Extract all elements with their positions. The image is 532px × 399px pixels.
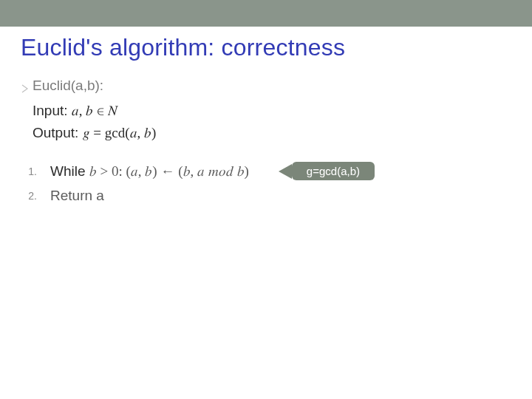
spec-name: Euclid(a,b): (21, 78, 532, 97)
spec-output: Output: 𝑔 = gcd(𝑎, 𝑏) (21, 125, 532, 141)
step-body: Return a (50, 188, 104, 204)
step-math: 𝑏 > 0: (𝑎, 𝑏) ← (𝑏, 𝑎 𝑚𝑜𝑑 𝑏) (89, 163, 249, 180)
chevron-right-icon (21, 81, 33, 97)
input-math: 𝑎, 𝑏 ∈ 𝑁 (72, 103, 117, 119)
output-label: Output: (33, 125, 78, 141)
callout-invariant: g=gcd(a,b) (292, 162, 375, 180)
top-bar (0, 0, 532, 27)
spec-input: Input: 𝑎, 𝑏 ∈ 𝑁 (21, 103, 532, 119)
slide-body: Euclid's algorithm: correctness Euclid(a… (0, 34, 532, 204)
step-number: 2. (21, 190, 50, 202)
output-math: 𝑔 = gcd(𝑎, 𝑏) (83, 125, 157, 141)
spec-name-text: Euclid(a,b): (33, 78, 103, 94)
callout-label: g=gcd(a,b) (292, 162, 375, 180)
step-2: 2. Return a (21, 188, 532, 204)
step-keyword: While (50, 163, 86, 180)
input-label: Input: (33, 103, 68, 119)
page-title: Euclid's algorithm: correctness (21, 34, 532, 61)
step-number: 1. (21, 166, 50, 177)
step-1: 1. While 𝑏 > 0: (𝑎, 𝑏) ← (𝑏, 𝑎 𝑚𝑜𝑑 𝑏) g=… (21, 162, 532, 180)
steps-list: 1. While 𝑏 > 0: (𝑎, 𝑏) ← (𝑏, 𝑎 𝑚𝑜𝑑 𝑏) g=… (21, 162, 532, 204)
